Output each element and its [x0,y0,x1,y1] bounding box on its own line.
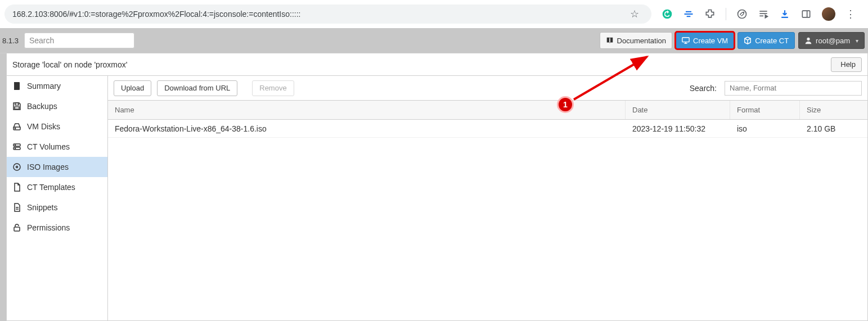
grid-wrapper: Upload Download from URL Remove Search: … [108,76,867,320]
url-text: 168.2.103:8006/#v1:0:=storage%2Fproxmox%… [12,10,300,19]
global-search-input[interactable] [24,33,134,48]
floppy-icon [12,102,21,111]
version-label: 8.1.3 [0,37,19,45]
cube-icon [744,37,752,44]
svg-point-4 [738,10,746,19]
list-icon[interactable] [683,8,694,20]
extensions-icon[interactable] [704,8,716,20]
sidebar-item-snippets[interactable]: Snippets [7,197,107,218]
svg-point-13 [807,38,809,40]
main-area: Storage 'local' on node 'proxmox' Help S… [0,53,868,321]
sidebar-item-label: CT Volumes [27,142,70,151]
profile-avatar-icon[interactable] [822,7,835,21]
sidebar-item-label: Permissions [27,223,70,232]
create-vm-label: Create VM [693,37,728,45]
col-header-date[interactable]: Date [626,101,730,119]
search-label: Search: [690,84,717,93]
sidebar-item-summary[interactable]: Summary [7,76,107,96]
remove-button: Remove [252,80,294,96]
svg-point-21 [15,144,15,145]
sidebar-item-label: ISO Images [27,162,69,171]
book-icon [606,37,614,44]
sidebar-item-ct-volumes[interactable]: CT Volumes [7,137,107,157]
help-label: Help [840,60,856,69]
col-header-format[interactable]: Format [730,101,800,119]
svg-rect-25 [14,227,20,231]
svg-rect-15 [15,103,19,105]
sidebar-item-label: Snippets [27,203,57,212]
create-vm-button[interactable]: Create VM [676,32,734,49]
url-bar[interactable]: 168.2.103:8006/#v1:0:=storage%2Fproxmox%… [5,4,651,24]
browser-chrome: 168.2.103:8006/#v1:0:=storage%2Fproxmox%… [0,0,868,28]
content-panel: Storage 'local' on node 'proxmox' Help S… [6,53,868,321]
hdd-icon [12,122,21,131]
cell-name: Fedora-Workstation-Live-x86_64-38-1.6.is… [108,120,626,137]
file-icon [12,183,21,192]
svg-rect-16 [15,107,19,109]
sidebar-item-permissions[interactable]: Permissions [7,218,107,238]
help-button[interactable]: Help [831,57,862,72]
documentation-label: Documentation [617,37,666,45]
hdd-stack-icon [12,142,21,151]
svg-point-23 [14,164,20,170]
body-row: Summary Backups VM Disks CT Volumes ISO … [7,76,867,320]
sidebar-item-label: Backups [27,102,57,111]
upload-button[interactable]: Upload [114,80,151,96]
panel-icon[interactable] [800,8,812,20]
grammarly-icon[interactable] [662,8,673,20]
user-icon [804,37,812,44]
col-header-size[interactable]: Size [800,101,867,119]
grid-search-input[interactable] [725,81,862,96]
proxmox-toolbar: 8.1.3 Documentation Create VM Create CT … [0,28,868,53]
sidebar: Summary Backups VM Disks CT Volumes ISO … [7,76,108,320]
svg-rect-8 [802,11,809,17]
documentation-button[interactable]: Documentation [600,32,672,49]
sidebar-item-ct-templates[interactable]: CT Templates [7,177,107,197]
bookmark-star-icon[interactable]: ☆ [630,8,639,20]
user-menu-button[interactable]: root@pam ▾ [798,32,865,49]
unlock-icon [12,223,21,232]
cell-format: iso [730,120,800,137]
sidebar-item-label: CT Templates [27,183,75,192]
grid-header: Name Date Format Size [108,101,867,120]
leaf-icon[interactable] [736,8,748,20]
panel-title-row: Storage 'local' on node 'proxmox' Help [7,53,867,76]
cell-date: 2023-12-19 11:50:32 [626,120,730,137]
download-icon[interactable] [779,8,790,20]
content-toolbar: Upload Download from URL Remove Search: [108,76,867,101]
kebab-menu-icon[interactable]: ⋮ [845,8,856,20]
snippet-icon [12,203,21,212]
create-ct-label: Create CT [755,37,789,45]
create-ct-button[interactable]: Create CT [737,32,795,49]
panel-title: Storage 'local' on node 'proxmox' [12,60,127,69]
download-url-button[interactable]: Download from URL [157,80,237,96]
disc-icon [12,162,21,171]
svg-point-18 [15,128,15,129]
sidebar-item-backups[interactable]: Backups [7,96,107,116]
extension-icons: ⋮ [651,7,863,21]
monitor-icon [682,37,690,44]
svg-point-24 [16,166,18,168]
separator-icon [726,8,726,20]
svg-rect-10 [682,38,689,42]
cell-size: 2.10 GB [800,120,867,137]
annotation-badge: 1 [557,96,574,113]
notebook-icon [12,82,21,91]
sidebar-item-iso-images[interactable]: ISO Images [7,157,107,177]
grid-row[interactable]: Fedora-Workstation-Live-x86_64-38-1.6.is… [108,120,867,138]
svg-point-22 [15,148,15,148]
chevron-down-icon: ▾ [856,38,858,44]
sidebar-item-label: VM Disks [27,122,60,131]
left-gutter [0,53,6,321]
user-label: root@pam [816,37,850,45]
sidebar-item-vm-disks[interactable]: VM Disks [7,116,107,137]
playlist-icon[interactable] [758,8,769,20]
sidebar-item-label: Summary [27,82,61,91]
col-header-name[interactable]: Name [108,101,626,119]
